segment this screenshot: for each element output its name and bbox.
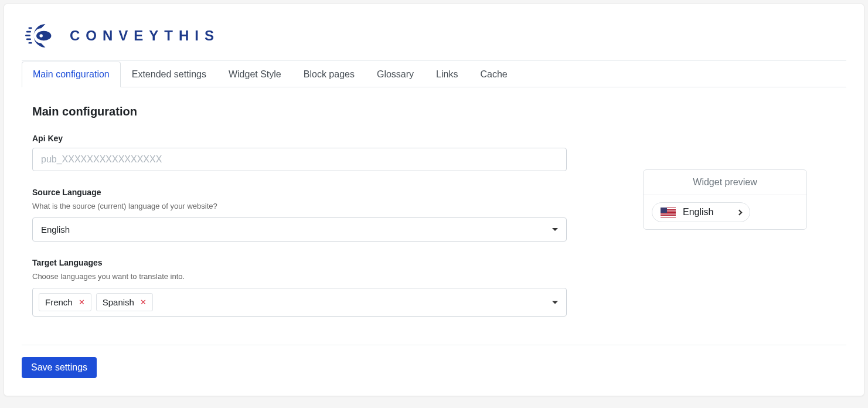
content-row: Main configuration Api Key Source Langua… xyxy=(22,87,846,333)
language-switcher[interactable]: English xyxy=(652,202,750,222)
tab-extended-settings[interactable]: Extended settings xyxy=(121,62,217,87)
target-language-tag-french: French ✕ xyxy=(39,293,91,311)
form-column: Main configuration Api Key Source Langua… xyxy=(22,105,567,333)
tab-widget-style[interactable]: Widget Style xyxy=(217,62,292,87)
tab-block-pages[interactable]: Block pages xyxy=(292,62,366,87)
settings-card: CONVEYTHIS Main configuration Extended s… xyxy=(4,4,864,396)
field-target-languages: Target Languages Choose languages you wa… xyxy=(32,258,567,317)
source-language-label: Source Language xyxy=(32,188,567,197)
tag-label: Spanish xyxy=(103,297,134,307)
svg-rect-3 xyxy=(26,31,31,33)
target-language-tag-spanish: Spanish ✕ xyxy=(96,293,153,311)
target-languages-label: Target Languages xyxy=(32,258,567,267)
svg-point-0 xyxy=(36,31,51,40)
tag-label: French xyxy=(45,297,73,307)
widget-preview-body: English xyxy=(644,195,806,229)
tab-links[interactable]: Links xyxy=(425,62,469,87)
svg-rect-6 xyxy=(28,42,32,44)
current-language-label: English xyxy=(683,207,713,217)
widget-preview-title: Widget preview xyxy=(644,170,806,195)
target-languages-hint: Choose languages you want to translate i… xyxy=(32,272,567,281)
source-language-value: English xyxy=(41,225,70,234)
tab-cache[interactable]: Cache xyxy=(469,62,518,87)
svg-rect-4 xyxy=(25,35,30,36)
preview-column: Widget preview English xyxy=(590,105,846,230)
flag-us-icon xyxy=(661,208,676,217)
svg-rect-5 xyxy=(26,39,31,40)
settings-tabs: Main configuration Extended settings Wid… xyxy=(22,61,846,87)
save-button[interactable]: Save settings xyxy=(22,357,97,378)
caret-down-icon xyxy=(552,228,558,231)
section-title: Main configuration xyxy=(32,105,567,118)
remove-icon[interactable]: ✕ xyxy=(79,298,85,306)
api-key-label: Api Key xyxy=(32,134,567,143)
tab-main-configuration[interactable]: Main configuration xyxy=(22,62,121,87)
tab-glossary[interactable]: Glossary xyxy=(366,62,425,87)
source-language-hint: What is the source (current) language of… xyxy=(32,202,567,210)
field-source-language: Source Language What is the source (curr… xyxy=(32,188,567,242)
field-api-key: Api Key xyxy=(32,134,567,171)
target-languages-select[interactable]: French ✕ Spanish ✕ xyxy=(32,288,567,317)
widget-preview-box: Widget preview English xyxy=(643,169,807,230)
api-key-input[interactable] xyxy=(32,148,567,171)
caret-down-icon xyxy=(552,301,558,304)
footer: Save settings xyxy=(22,345,846,378)
source-language-select[interactable]: English xyxy=(32,217,567,242)
brand-logo: CONVEYTHIS xyxy=(22,16,846,60)
brand-mark-icon xyxy=(25,22,59,50)
svg-rect-2 xyxy=(28,28,32,29)
remove-icon[interactable]: ✕ xyxy=(140,298,147,306)
svg-point-1 xyxy=(39,34,42,37)
chevron-right-icon xyxy=(737,209,743,215)
brand-wordmark: CONVEYTHIS xyxy=(70,28,220,44)
